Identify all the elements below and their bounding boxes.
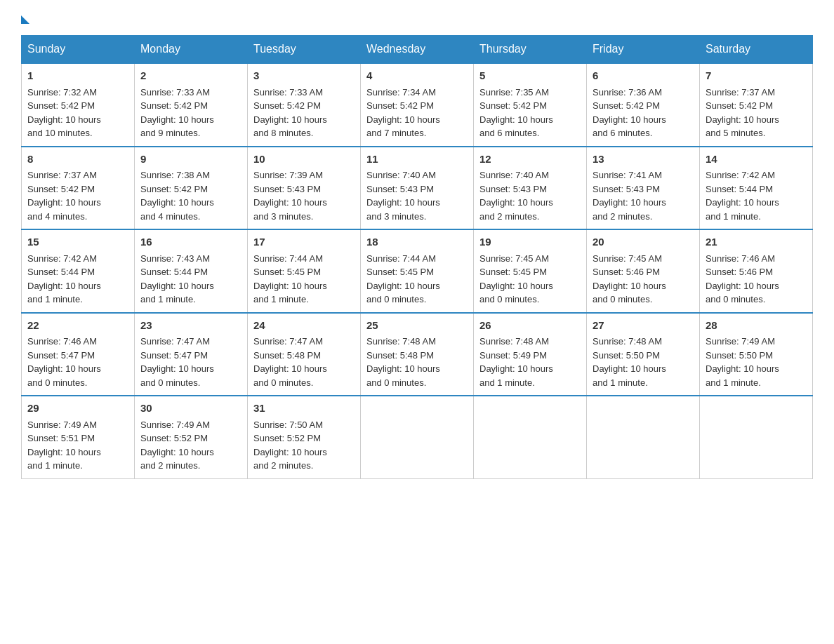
calendar-cell: 24Sunrise: 7:47 AMSunset: 5:48 PMDayligh… [248,313,361,396]
logo [21,14,29,21]
day-number: 9 [140,152,241,168]
day-number: 23 [140,318,241,334]
day-header-thursday: Thursday [474,36,587,64]
day-number: 17 [253,234,355,250]
day-number: 4 [366,68,468,84]
calendar-cell: 11Sunrise: 7:40 AMSunset: 5:43 PMDayligh… [361,147,474,230]
day-number: 25 [366,318,468,334]
day-number: 24 [253,318,355,334]
calendar-cell [474,396,587,478]
calendar-week-row: 15Sunrise: 7:42 AMSunset: 5:44 PMDayligh… [22,229,813,313]
calendar-cell: 10Sunrise: 7:39 AMSunset: 5:43 PMDayligh… [248,147,361,230]
calendar-cell: 3Sunrise: 7:33 AMSunset: 5:42 PMDaylight… [248,63,361,147]
calendar-week-row: 1Sunrise: 7:32 AMSunset: 5:42 PMDaylight… [22,63,813,147]
day-number: 27 [593,318,694,334]
calendar-cell: 19Sunrise: 7:45 AMSunset: 5:45 PMDayligh… [474,229,587,313]
day-number: 28 [706,318,807,334]
calendar-cell: 27Sunrise: 7:48 AMSunset: 5:50 PMDayligh… [587,313,700,396]
day-number: 8 [27,152,128,168]
calendar-cell: 12Sunrise: 7:40 AMSunset: 5:43 PMDayligh… [474,147,587,230]
calendar-cell [700,396,813,478]
calendar-week-row: 8Sunrise: 7:37 AMSunset: 5:42 PMDaylight… [22,147,813,230]
calendar-cell: 7Sunrise: 7:37 AMSunset: 5:42 PMDaylight… [700,63,813,147]
day-number: 18 [366,234,468,250]
calendar-cell: 31Sunrise: 7:50 AMSunset: 5:52 PMDayligh… [248,396,361,478]
calendar-cell: 30Sunrise: 7:49 AMSunset: 5:52 PMDayligh… [135,396,248,478]
day-number: 22 [27,318,128,334]
day-number: 10 [253,152,355,168]
calendar-cell [361,396,474,478]
calendar-cell: 23Sunrise: 7:47 AMSunset: 5:47 PMDayligh… [135,313,248,396]
calendar-cell: 6Sunrise: 7:36 AMSunset: 5:42 PMDaylight… [587,63,700,147]
day-number: 31 [253,401,355,417]
day-number: 1 [27,68,128,84]
day-number: 13 [593,152,694,168]
day-header-sunday: Sunday [22,36,135,64]
day-number: 11 [366,152,468,168]
day-number: 5 [479,68,581,84]
day-header-tuesday: Tuesday [248,36,361,64]
day-number: 14 [706,152,807,168]
calendar-cell: 13Sunrise: 7:41 AMSunset: 5:43 PMDayligh… [587,147,700,230]
day-number: 16 [140,234,241,250]
calendar-cell: 28Sunrise: 7:49 AMSunset: 5:50 PMDayligh… [700,313,813,396]
day-number: 12 [479,152,581,168]
calendar-cell: 15Sunrise: 7:42 AMSunset: 5:44 PMDayligh… [22,229,135,313]
calendar-cell: 21Sunrise: 7:46 AMSunset: 5:46 PMDayligh… [700,229,813,313]
calendar-cell [587,396,700,478]
day-number: 26 [479,318,581,334]
calendar-cell: 4Sunrise: 7:34 AMSunset: 5:42 PMDaylight… [361,63,474,147]
calendar-cell: 22Sunrise: 7:46 AMSunset: 5:47 PMDayligh… [22,313,135,396]
calendar-cell: 16Sunrise: 7:43 AMSunset: 5:44 PMDayligh… [135,229,248,313]
day-header-wednesday: Wednesday [361,36,474,64]
calendar-cell: 20Sunrise: 7:45 AMSunset: 5:46 PMDayligh… [587,229,700,313]
day-number: 15 [27,234,128,250]
calendar-cell: 17Sunrise: 7:44 AMSunset: 5:45 PMDayligh… [248,229,361,313]
calendar-cell: 14Sunrise: 7:42 AMSunset: 5:44 PMDayligh… [700,147,813,230]
calendar-cell: 2Sunrise: 7:33 AMSunset: 5:42 PMDaylight… [135,63,248,147]
calendar-cell: 9Sunrise: 7:38 AMSunset: 5:42 PMDaylight… [135,147,248,230]
day-header-saturday: Saturday [700,36,813,64]
calendar-week-row: 29Sunrise: 7:49 AMSunset: 5:51 PMDayligh… [22,396,813,478]
calendar-cell: 18Sunrise: 7:44 AMSunset: 5:45 PMDayligh… [361,229,474,313]
day-number: 2 [140,68,241,84]
page-header [21,14,813,21]
calendar-cell: 1Sunrise: 7:32 AMSunset: 5:42 PMDaylight… [22,63,135,147]
day-number: 3 [253,68,355,84]
calendar-week-row: 22Sunrise: 7:46 AMSunset: 5:47 PMDayligh… [22,313,813,396]
day-header-monday: Monday [135,36,248,64]
day-number: 30 [140,401,241,417]
day-number: 19 [479,234,581,250]
calendar-table: SundayMondayTuesdayWednesdayThursdayFrid… [21,35,813,479]
day-header-friday: Friday [587,36,700,64]
day-number: 29 [27,401,128,417]
calendar-cell: 29Sunrise: 7:49 AMSunset: 5:51 PMDayligh… [22,396,135,478]
calendar-header-row: SundayMondayTuesdayWednesdayThursdayFrid… [22,36,813,64]
day-number: 7 [706,68,807,84]
calendar-cell: 8Sunrise: 7:37 AMSunset: 5:42 PMDaylight… [22,147,135,230]
day-number: 21 [706,234,807,250]
calendar-cell: 5Sunrise: 7:35 AMSunset: 5:42 PMDaylight… [474,63,587,147]
day-number: 20 [593,234,694,250]
calendar-cell: 26Sunrise: 7:48 AMSunset: 5:49 PMDayligh… [474,313,587,396]
logo-triangle-icon [21,15,29,24]
day-number: 6 [593,68,694,84]
calendar-cell: 25Sunrise: 7:48 AMSunset: 5:48 PMDayligh… [361,313,474,396]
